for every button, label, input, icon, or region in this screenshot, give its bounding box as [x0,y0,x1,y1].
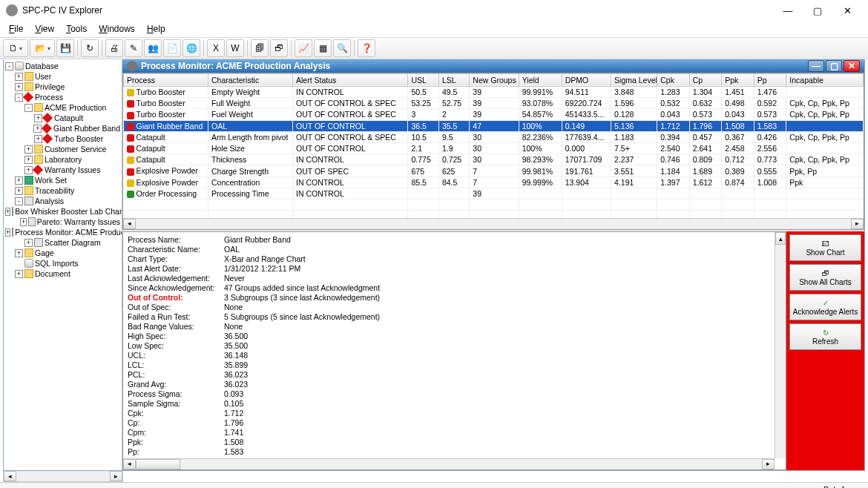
tree-node-customer-service[interactable]: +Customer Service [5,144,120,154]
subwindow-minimize-button[interactable]: — [808,60,824,72]
col-alert-status[interactable]: Alert Status [293,73,408,86]
expand-toggle[interactable]: - [15,93,23,102]
menu-help[interactable]: Help [141,22,171,36]
menu-windows[interactable]: Windows [93,22,141,36]
expand-toggle[interactable]: + [24,145,33,154]
table-row[interactable]: Explosive PowderCharge StrengthOUT OF SP… [124,165,864,177]
new-button[interactable]: 🗋 [3,39,28,57]
open-button[interactable]: 📂 [30,39,55,57]
acknowledge-alerts-button[interactable]: ✓Acknowledge Alerts [789,294,861,320]
detail-horizontal-scrollbar[interactable]: ◂▸ [123,458,775,469]
save-button[interactable]: 💾 [56,39,74,57]
excel-button[interactable]: X [207,39,225,57]
subwindow-close-button[interactable]: ✕ [844,60,860,72]
tree-node-analysis[interactable]: -Analysis [5,196,120,206]
expand-toggle[interactable]: - [24,104,33,112]
refresh-button[interactable]: ↻ [81,39,99,57]
users-button[interactable]: 👥 [144,39,162,57]
expand-toggle[interactable]: + [15,249,23,257]
table-row[interactable]: Explosive PowderConcentrationIN CONTROL8… [124,177,864,188]
tree-node-warranty-issues[interactable]: +Warranty Issues [5,165,120,175]
expand-toggle[interactable]: + [15,270,23,278]
detail-vertical-scrollbar[interactable]: ▴ [775,232,786,458]
menu-file[interactable]: File [3,22,29,36]
col-cp[interactable]: Cp [689,73,722,86]
col-dpmo[interactable]: DPMO [562,73,611,86]
col-pp[interactable]: Pp [754,73,786,86]
word-button[interactable]: W [226,39,244,57]
chart-button[interactable]: 📈 [295,39,312,57]
tree-node-box-whisker-booster-lab-charge[interactable]: +Box Whisker Booster Lab Charge [5,206,120,217]
expand-toggle[interactable]: + [34,135,42,143]
cascade-button[interactable]: 🗗 [270,39,288,57]
table-row[interactable]: CatapultHole SizeOUT OF CONTROL2.11.9301… [124,143,864,154]
tree-node-gage[interactable]: +Gage [5,248,120,258]
col-cpk[interactable]: Cpk [657,73,690,86]
report-button[interactable]: 📄 [163,39,181,57]
navigation-tree[interactable]: -Database+User+Privilege-Process-ACME Pr… [4,59,122,470]
tree-node-process-monitor-acme-producti[interactable]: +Process Monitor: ACME Producti [5,227,120,237]
close-button[interactable]: ✕ [832,1,862,19]
tree-node-laboratory[interactable]: +Laboratory [5,154,120,165]
expand-toggle[interactable]: + [15,187,23,195]
subwindow-maximize-button[interactable]: ▢ [826,60,842,72]
col-lsl[interactable]: LSL [438,73,469,86]
col-ppk[interactable]: Ppk [722,73,754,86]
tree-node-sql-imports[interactable]: SQL Imports [5,258,120,268]
find-button[interactable]: 🔍 [333,39,351,57]
expand-toggle[interactable]: - [15,197,23,205]
expand-toggle[interactable]: + [24,166,33,174]
table-row[interactable]: Turbo BoosterEmpty WeightIN CONTROL50.54… [124,86,864,97]
help-button[interactable]: ❓ [358,39,375,57]
tree-node-database[interactable]: -Database [5,61,120,71]
expand-toggle[interactable]: + [33,125,42,133]
table-row[interactable]: Order ProcessingProcessing TimeIN CONTRO… [124,188,864,199]
data-grid[interactable]: ProcessCharacteristicAlert StatusUSLLSLN… [122,73,864,230]
maximize-button[interactable]: ▢ [803,1,832,19]
tree-node-process[interactable]: -Process [5,92,120,102]
table-row[interactable]: CatapultThicknessIN CONTROL0.7750.725309… [124,154,864,165]
col-usl[interactable]: USL [408,73,438,86]
tree-node-user[interactable]: +User [5,71,120,82]
print-button[interactable]: 🖨 [105,39,123,57]
expand-toggle[interactable]: + [5,228,10,237]
show-chart-button[interactable]: 🗠Show Chart [789,234,861,261]
tree-node-scatter-diagram[interactable]: +Scatter Diagram [5,237,120,248]
expand-toggle[interactable]: + [5,208,10,216]
expand-toggle[interactable]: + [24,239,33,247]
col-new-groups[interactable]: New Groups [470,73,519,86]
tree-node-turbo-booster[interactable]: +Turbo Booster [5,133,120,144]
copy-button[interactable]: 🗐 [251,39,269,57]
expand-toggle[interactable]: + [15,83,23,91]
grid-horizontal-scrollbar[interactable]: ◂ ▸ [123,218,864,229]
minimize-button[interactable]: — [773,1,803,19]
table-row[interactable]: Turbo BoosterFuel WeightOUT OF CONTROL &… [124,109,864,120]
design-button[interactable]: ✎ [125,39,142,57]
refresh-button[interactable]: ↻Refresh [789,323,861,350]
col-sigma-level[interactable]: Sigma Level [611,73,657,86]
menu-view[interactable]: View [29,22,60,36]
tree-node-giant-rubber-band[interactable]: +Giant Rubber Band [5,123,120,133]
tree-node-privilege[interactable]: +Privilege [5,82,120,92]
col-incapable[interactable]: Incapable [786,73,864,86]
expand-toggle[interactable]: + [24,156,33,164]
col-characteristic[interactable]: Characteristic [208,73,293,86]
tree-node-catapult[interactable]: +Catapult [5,113,120,123]
col-yield[interactable]: Yield [519,73,562,86]
cal-button[interactable]: ▦ [314,39,332,57]
expand-toggle[interactable]: + [20,218,27,226]
table-row[interactable]: Turbo BoosterFull WeightOUT OF CONTROL &… [124,98,864,109]
tree-node-document[interactable]: +Document [5,268,120,279]
table-row[interactable]: CatapultArm Length from pivotOUT OF CONT… [124,131,864,142]
expand-toggle[interactable]: + [15,73,23,81]
expand-toggle[interactable]: - [5,62,13,70]
tree-node-acme-production[interactable]: -ACME Production [5,102,120,113]
tree-horizontal-scrollbar[interactable]: ◂▸ [3,471,123,482]
tree-node-work-set[interactable]: +Work Set [5,175,120,185]
table-row[interactable]: Giant Rubber BandOALOUT OF CONTROL36.535… [124,120,864,131]
globe-button[interactable]: 🌐 [183,39,200,57]
tree-node-traceability[interactable]: +Traceability [5,185,120,196]
menu-tools[interactable]: Tools [60,22,93,36]
expand-toggle[interactable]: + [15,177,23,185]
expand-toggle[interactable]: + [34,114,42,122]
